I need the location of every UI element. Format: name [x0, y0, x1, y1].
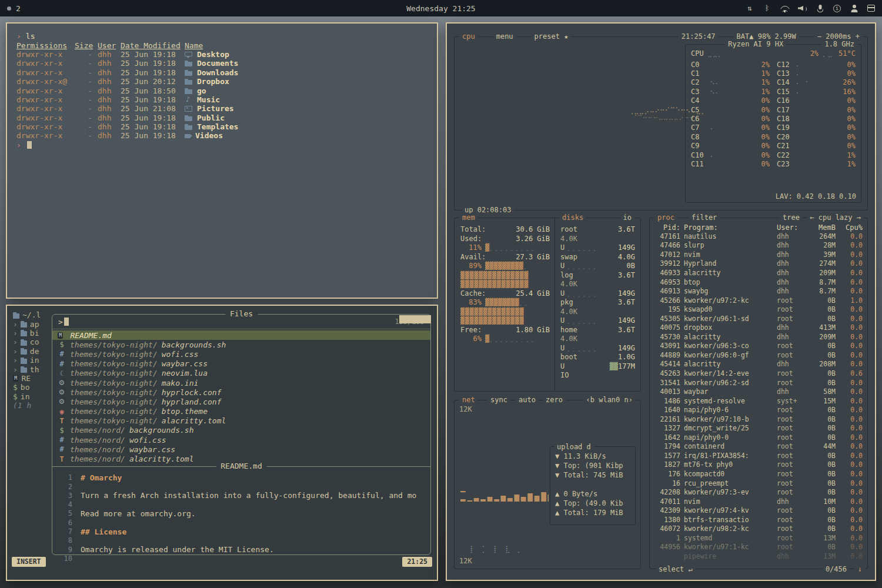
- net-zero-button[interactable]: zero: [543, 396, 566, 404]
- updates-icon[interactable]: [745, 5, 754, 12]
- core-columns: C02%C11%C2⠢⠄1%C3⠢⠄1%C40%C50%C60%C7⠄0%C80…: [686, 59, 861, 169]
- file-result[interactable]: $themes/tokyo-night/backgrounds.sh: [52, 340, 430, 349]
- refresh-interval-control[interactable]: − 2000ms +: [814, 32, 863, 41]
- neovim-content: ~/.l›ap›bi›co›de›in›thMRE$bo$in(1 h File…: [7, 306, 437, 580]
- proc-sort-selector[interactable]: ← cpu lazy →: [807, 213, 864, 222]
- process-row[interactable]: 45266kworker/u97:2-kcroot0B1.0: [650, 296, 867, 305]
- cpu-core-row: C160%: [777, 96, 856, 105]
- sidebar-item[interactable]: ›th: [13, 365, 52, 373]
- info-icon[interactable]: [833, 5, 841, 12]
- process-row[interactable]: pipewiredhh13M0.0: [650, 552, 867, 561]
- process-row[interactable]: 45730alacrittydhh209M0.0: [650, 332, 867, 342]
- net-stats-box: upload d ▼ 11.3 KiB/s▼ Top: (901 Kibp▼ T…: [550, 446, 636, 525]
- theme-icon: ◉: [58, 407, 66, 416]
- sidebar-item[interactable]: $bo: [13, 383, 52, 392]
- file-result[interactable]: #themes/tokyo-night/wofi.css: [52, 349, 430, 359]
- file-result[interactable]: $themes/nord/backgrounds.sh: [52, 426, 430, 435]
- process-row[interactable]: 39912Hyprlanddhh274M0.0: [650, 259, 867, 269]
- process-row[interactable]: 1827mt76-tx phy0root0B0.0: [650, 460, 867, 470]
- process-row[interactable]: 1327dmcrypt_write/25root0B0.0: [650, 423, 867, 433]
- process-row[interactable]: 1577irq/81-PIXA3854:root0B0.0: [650, 451, 867, 460]
- file-result[interactable]: ⚙themes/tokyo-night/mako.ini: [52, 378, 430, 387]
- process-row[interactable]: 46933alacrittydhh209M0.0: [650, 268, 867, 278]
- process-row[interactable]: 47012nvimdhh39M0.0: [650, 250, 867, 259]
- sidebar-item[interactable]: ›de: [13, 347, 52, 356]
- process-row[interactable]: 42208kworker/u97:3-evroot0B0.0: [650, 487, 867, 497]
- process-row[interactable]: 46953btopdhh8.7M0.0: [650, 278, 867, 287]
- sidebar-item[interactable]: ›co: [13, 338, 52, 346]
- file-result[interactable]: #themes/nord/wofi.css: [52, 435, 430, 445]
- scroll-down-indicator[interactable]: ↓: [855, 565, 865, 573]
- file-result[interactable]: ⚙themes/tokyo-night/hyprlock.conf: [52, 387, 430, 397]
- package-icon[interactable]: [867, 5, 875, 12]
- proc-header-3: MemB: [808, 223, 836, 232]
- mem-meter-blocks: ▓▓▓▓▓▓▓▓▓▓▓▓▓▓▓: [460, 271, 550, 280]
- process-row[interactable]: 1486systemd-resolvesyst+15M0.0: [650, 396, 867, 406]
- process-row[interactable]: 42309kworker/u97:4-kvroot0B0.0: [650, 506, 867, 515]
- process-row[interactable]: 45414alacrittydhh208M0.0: [650, 360, 867, 369]
- process-row[interactable]: 22161kworker/u97:10-broot0B0.0: [650, 415, 867, 424]
- preview-title: README.md: [216, 462, 266, 470]
- terminal-cursor[interactable]: [27, 141, 32, 149]
- sidebar-item[interactable]: ›bi: [13, 329, 52, 338]
- preview-line: 9Omarchy is released under the MIT Licen…: [52, 545, 427, 554]
- file-result[interactable]: Tthemes/tokyo-night/alacritty.toml: [52, 416, 430, 426]
- file-result[interactable]: ⚙themes/tokyo-night/hyprland.conf: [52, 397, 430, 406]
- process-row[interactable]: 45263kworker/14:2-everoot0B0.6: [650, 369, 867, 378]
- proc-tree-button[interactable]: tree: [780, 213, 803, 222]
- process-row[interactable]: 1640napi/phy0-6root0B0.0: [650, 405, 867, 415]
- io-toggle[interactable]: io: [620, 213, 634, 222]
- workspace-indicator[interactable]: 2: [7, 4, 21, 13]
- process-row[interactable]: 16rcu_preemptroot0B0.0: [650, 479, 867, 488]
- process-row[interactable]: 46913swaybgdhh8.7M0.0: [650, 286, 867, 296]
- file-result[interactable]: #themes/nord/waybar.css: [52, 445, 430, 454]
- winbar-indicator: [399, 315, 431, 323]
- top-bar: 2 Wednesday 21:25: [0, 0, 882, 16]
- proc-filter-button[interactable]: filter: [689, 213, 720, 222]
- net-auto-button[interactable]: auto: [516, 396, 539, 404]
- process-row[interactable]: 1systemdroot13M0.0: [650, 533, 867, 543]
- disk-usage-row: U⡀⡀⡀⡀⡀⡀149G: [560, 243, 635, 253]
- process-row[interactable]: 1794containerdroot44M0.0: [650, 442, 867, 452]
- process-row[interactable]: 47466slurpdhh28M0.0: [650, 241, 867, 250]
- file-result[interactable]: ☾themes/tokyo-night/neovim.lua: [52, 369, 430, 378]
- process-row[interactable]: 44889kworker/u96:0-gfroot0B0.0: [650, 350, 867, 360]
- sidebar-item[interactable]: ›in: [13, 356, 52, 365]
- process-row[interactable]: 31541kworker/u96:2-sdroot0B0.0: [650, 378, 867, 387]
- process-row[interactable]: 40013waybardhh58M0.0: [650, 387, 867, 396]
- sidebar-item[interactable]: MRE: [13, 374, 52, 383]
- bluetooth-icon[interactable]: [763, 5, 771, 12]
- cpu-core-row: C14⠄ ⠂26%: [777, 78, 856, 87]
- sidebar-item[interactable]: (1 h: [13, 401, 52, 410]
- process-row[interactable]: 47161nautilusdhh264M0.0: [650, 232, 867, 241]
- sidebar-item[interactable]: ›ap: [13, 319, 52, 328]
- sidebar-item[interactable]: ~/.l: [13, 310, 52, 319]
- process-row[interactable]: 45305kworker/u96:1-sdroot0B0.0: [650, 314, 867, 323]
- preset-button[interactable]: preset ★: [532, 32, 572, 41]
- file-result[interactable]: MREADME.md: [52, 330, 430, 340]
- statusline: INSERT 21:25: [12, 557, 432, 567]
- file-result[interactable]: ◉themes/tokyo-night/btop.theme: [52, 407, 430, 416]
- volume-icon[interactable]: [798, 5, 807, 12]
- proc-select-button[interactable]: select ↵: [656, 565, 696, 573]
- process-row[interactable]: 195kswapd0root0B0.0: [650, 305, 867, 314]
- sidebar-item[interactable]: $in: [13, 392, 52, 401]
- user-icon[interactable]: [850, 5, 858, 12]
- process-row[interactable]: 176kcompactd0root0B0.0: [650, 469, 867, 479]
- process-row[interactable]: 47011nvimdhh10M0.0: [650, 497, 867, 506]
- wifi-icon[interactable]: [780, 5, 789, 12]
- process-row[interactable]: 44956kworker/u97:1-kcroot0B0.0: [650, 543, 867, 552]
- menu-button[interactable]: menu: [493, 32, 516, 41]
- process-row[interactable]: 1380btrfs-transactioroot0B0.0: [650, 515, 867, 524]
- process-row[interactable]: 40075dropboxdhh413M0.0: [650, 323, 867, 332]
- net-sync-button[interactable]: sync: [487, 396, 510, 404]
- process-row[interactable]: 1642napi/phy0-0root0B0.0: [650, 433, 867, 442]
- process-row[interactable]: 43091kworker/u96:3-coroot0B0.0: [650, 342, 867, 351]
- cpu-core-row: C110%: [691, 159, 770, 168]
- mic-icon[interactable]: [816, 5, 824, 12]
- process-row[interactable]: 46072kworker/u98:2-kcroot0B0.0: [650, 524, 867, 534]
- ls-header-row: PermissionsSizeUserDate ModifiedName: [16, 41, 427, 49]
- net-interface-selector[interactable]: ‹b wlan0 n›: [583, 396, 636, 404]
- file-result[interactable]: #themes/tokyo-night/waybar.css: [52, 359, 430, 369]
- ls-header-0: Permissions: [16, 41, 69, 50]
